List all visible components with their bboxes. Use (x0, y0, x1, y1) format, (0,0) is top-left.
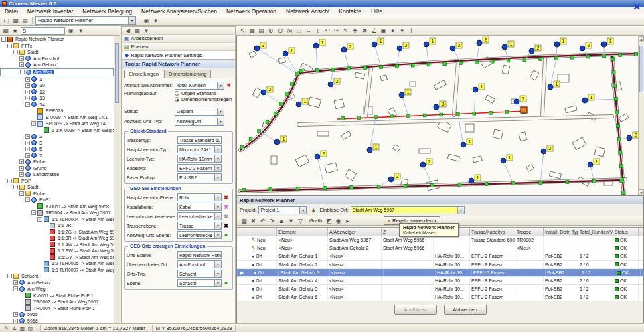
tree-item[interactable]: 1:6:GY -> Stadt Am Weg 5967 (0, 254, 114, 261)
play-icon[interactable]: ▸ (343, 216, 352, 225)
snap-angle-icon[interactable]: ∠ (11, 325, 18, 332)
catalog-icon[interactable]: ▤ (21, 16, 29, 25)
map-node[interactable] (554, 42, 560, 47)
map-node[interactable] (254, 46, 260, 51)
tree-item[interactable]: E-0029 -> Stadt Am Weg 14.1 (0, 114, 114, 121)
map-node[interactable] (582, 98, 588, 103)
select-trassenebene[interactable]: Trasse▾ (177, 222, 222, 230)
chevron-down-icon[interactable]: ▾ (214, 155, 221, 162)
map-node[interactable] (477, 40, 482, 46)
map-node[interactable] (283, 51, 288, 56)
expand-icon[interactable]: + (13, 280, 18, 285)
menu-netzwerk-operation[interactable]: Netzwerk Operation (222, 7, 281, 15)
move-up-icon[interactable]: ▲ (277, 216, 286, 225)
tree-item[interactable]: -Rapid Network Planner (0, 36, 114, 43)
chevron-down-icon[interactable]: ▾ (217, 82, 224, 89)
map-node[interactable] (450, 46, 455, 51)
layers-icon[interactable]: ▣ (379, 27, 388, 35)
map-node[interactable] (315, 154, 320, 159)
map-vertical-scrollbar[interactable]: ▲ ▼ (638, 36, 644, 195)
x-red-icon[interactable]: ✖ (224, 82, 233, 88)
highlight-icon[interactable]: ◩ (325, 216, 333, 225)
tree-item[interactable]: 1:1:2G -> Stadt Am Weg 5967 (0, 229, 114, 236)
tree-item[interactable]: +12 (0, 89, 114, 96)
map-view[interactable]: 3112121221212121213121112121121212 ▲ ▼ (236, 36, 644, 195)
undo-icon[interactable]: ↶ (258, 216, 267, 225)
table-row[interactable]: ●OrtStadt Am Geholz 1<Neu>HA-Rohr 10...E… (237, 252, 643, 260)
cancel-button[interactable]: Abbrechen (444, 305, 487, 315)
zoom-full-icon[interactable]: □ (295, 27, 303, 35)
tree-item[interactable]: +5 (0, 146, 114, 153)
map-node[interactable] (274, 139, 280, 145)
collapse-icon[interactable]: - (7, 179, 12, 183)
tree-item[interactable]: -SP0029 -> Stadt Am Weg 14.1 (0, 120, 114, 127)
close-icon[interactable]: ✕ (633, 2, 641, 11)
zoom-window-icon[interactable]: ◎ (285, 27, 294, 35)
chevron-down-icon[interactable]: ▾ (214, 203, 221, 210)
execute-button[interactable]: Ausführen (394, 305, 437, 315)
tree-item[interactable]: 1:2 TLR0005 -> Stadt Am Weg 5967 (0, 260, 114, 267)
scroll-up-icon[interactable]: ▲ (639, 36, 644, 42)
collapse-icon[interactable]: - (25, 197, 30, 202)
map-node[interactable] (514, 99, 519, 104)
edit-icon[interactable]: ✎ (3, 325, 10, 332)
tree-item[interactable]: +1 (0, 76, 114, 83)
expand-icon[interactable]: + (25, 141, 30, 145)
menu-netzwerk-belegung[interactable]: Netzwerk Belegung (78, 7, 137, 15)
tree-item[interactable]: -Am Weg (0, 68, 114, 76)
select-arrow-icon[interactable]: ↖ (238, 27, 247, 35)
select-haupt-leerrohr-typ[interactable]: Mikrorohr 24+1▾ (177, 145, 222, 153)
tree-item[interactable]: +3 (0, 140, 114, 147)
map-node[interactable] (328, 82, 333, 87)
map-node[interactable] (541, 149, 546, 154)
expand-icon[interactable]: + (25, 147, 30, 151)
table-row[interactable]: ▶●OrtStadt Am Geholz 3<Neu>HA-Rohr 10...… (237, 269, 643, 277)
menu-netzwerk-analysieren-suchen[interactable]: Netzwerk Analysieren/Suchen (137, 7, 222, 15)
add-feature-icon[interactable]: ✚ (351, 27, 359, 35)
expand-icon[interactable]: + (19, 166, 24, 171)
chevron-down-icon[interactable]: ▾ (214, 213, 221, 220)
tree-item[interactable]: -POP (0, 178, 114, 185)
x-red-icon[interactable]: ✖ (222, 195, 230, 201)
tree-item[interactable]: -1:1 TLR0004 -> Stadt Am Weg 5967 (0, 216, 114, 223)
map-node[interactable] (461, 142, 466, 147)
map-node[interactable] (588, 162, 593, 167)
favorites-icon[interactable]: ★ (11, 27, 19, 35)
select-faser-endtyp[interactable]: Pot-SB2▾ (177, 173, 222, 181)
grid-icon[interactable]: ▦ (240, 216, 248, 225)
collapse-icon[interactable]: - (20, 70, 25, 74)
column-header[interactable]: Trasse/Kabeltyp (470, 228, 515, 236)
menu-kontakte[interactable]: Kontakte (334, 7, 366, 15)
column-header[interactable]: Trasse (515, 228, 544, 236)
tree-item[interactable]: 1:3 TLR0007 -> Stadt Am Weg 5958 (0, 267, 114, 274)
collapse-icon[interactable]: - (13, 286, 18, 291)
tree-view-icon[interactable]: ▦ (1, 27, 10, 35)
dot-green-icon[interactable]: ● (222, 280, 230, 286)
tree-item[interactable]: +5966 (0, 318, 114, 324)
tree-item[interactable]: K-0051 -> Stadt Am Weg 5958 (0, 203, 114, 210)
tab-einstellungen[interactable]: Einstellungen (124, 70, 163, 78)
column-header[interactable] (237, 228, 250, 236)
map-node[interactable] (367, 147, 372, 153)
collapse-icon[interactable]: - (13, 185, 18, 189)
tree-item[interactable]: +2 (0, 133, 114, 140)
undo-view-icon[interactable]: ↶ (323, 27, 331, 35)
table-row[interactable]: ✎Neu<Neu>Stadt Am Weg 5967Stadt Am Weg 5… (237, 236, 643, 244)
tree-scrollbar[interactable] (114, 36, 120, 323)
select-abzweig-orts-typ[interactable]: AbzweigOrt▾ (175, 118, 224, 126)
scrollbar-thumb[interactable] (639, 46, 643, 92)
tree-item[interactable]: +5965 (0, 311, 114, 318)
table-row[interactable]: ●OrtStadt Am Geholz 4<Neu>HA-Rohr 10...E… (237, 277, 643, 285)
chevron-down-icon[interactable]: ▾ (214, 280, 221, 286)
back-icon[interactable]: ◀ (123, 26, 132, 35)
tree-item[interactable]: +Fluhe (0, 159, 114, 165)
grid-icon[interactable]: ▦ (19, 325, 26, 332)
delete-feature-icon[interactable]: ✖ (360, 27, 369, 35)
collapse-icon[interactable]: - (31, 121, 36, 126)
workspace-icon[interactable]: ▦ (11, 16, 20, 25)
expand-icon[interactable]: + (25, 83, 30, 88)
map-node[interactable] (548, 84, 553, 90)
map-node[interactable] (420, 162, 426, 167)
tree-item[interactable]: 1-1:K-0029 -> Stadt Am Weg 5967 (0, 127, 114, 134)
table-row[interactable]: ●OrtStadt Am Geholz 2<Neu>HA-Rohr 10...E… (237, 261, 643, 269)
